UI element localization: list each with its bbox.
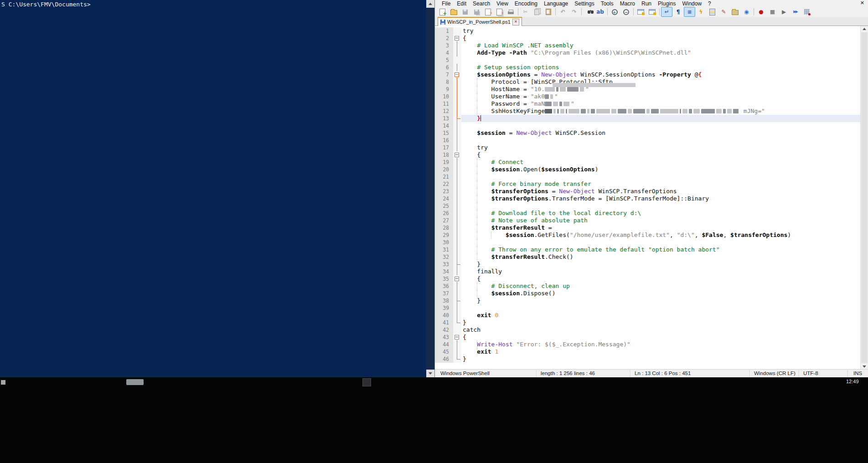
status-insert-mode[interactable]: INS (853, 370, 862, 376)
menu-file[interactable]: File (439, 0, 454, 7)
fold-toggle[interactable] (453, 275, 461, 283)
code-text[interactable]: } (461, 261, 868, 268)
replace-button[interactable]: ab (594, 7, 606, 17)
taskbar-item[interactable] (126, 379, 144, 385)
close-button[interactable] (482, 7, 494, 17)
record-macro-button[interactable]: ● (755, 7, 767, 17)
code-text[interactable]: $session = New-Object WinSCP.Session (461, 129, 868, 137)
menu-edit[interactable]: Edit (454, 0, 470, 7)
code-text[interactable]: $transferResult = (461, 224, 868, 232)
menu-help[interactable]: ? (705, 0, 714, 7)
code-text[interactable]: finally (461, 268, 868, 275)
sync-horizontal-scrolling-button[interactable] (646, 7, 658, 17)
code-text[interactable]: $transferOptions.TransferMode = [WinSCP.… (461, 195, 868, 202)
code-text[interactable]: { (461, 151, 868, 159)
fold-toggle[interactable] (453, 71, 461, 78)
show-all-characters-button[interactable]: ¶ (672, 7, 684, 17)
taskbar-clock[interactable]: 12:49 (846, 379, 859, 384)
fold-toggle[interactable] (453, 35, 461, 42)
open-file-button[interactable] (448, 7, 460, 17)
fold-toggle[interactable] (453, 334, 461, 341)
code-text[interactable]: # Connect (461, 159, 868, 166)
word-wrap-button[interactable]: ↵ (661, 7, 672, 17)
code-text[interactable]: } (461, 355, 868, 363)
scroll-up-icon[interactable] (426, 0, 434, 8)
current-line[interactable]: } (461, 115, 868, 122)
sync-vertical-scrolling-button[interactable] (635, 7, 646, 17)
code-editor[interactable]: 1try2{3 # Load WinSCP .NET assembly4 Add… (435, 26, 868, 371)
code-text[interactable]: } (461, 297, 868, 304)
code-text[interactable]: exit 0 (461, 312, 868, 319)
menu-search[interactable]: Search (470, 0, 493, 7)
save-macro-button[interactable] (801, 7, 812, 17)
code-text[interactable] (461, 173, 868, 180)
code-text[interactable]: UserName = "ak0" (461, 93, 868, 100)
code-text[interactable]: # Disconnect, clean up (461, 283, 868, 290)
tab-close-icon[interactable]: ✕ (512, 19, 519, 26)
menu-run[interactable]: Run (638, 0, 655, 7)
editor-scrollbar[interactable] (860, 26, 868, 370)
menu-plugins[interactable]: Plugins (655, 0, 679, 7)
new-file-button[interactable] (437, 7, 448, 17)
tab-winscp-in-powershell[interactable]: WinSCP_in_PowerShell.ps1 ✕ (438, 17, 522, 26)
taskbar-app-icon[interactable] (362, 378, 371, 386)
code-text[interactable]: exit 1 (461, 348, 868, 355)
code-text[interactable]: # Force binary mode transfer (461, 180, 868, 188)
code-text[interactable] (461, 304, 868, 312)
cut-button[interactable]: ✂ (520, 7, 531, 17)
code-text[interactable]: $sessionOptions = New-Object WinSCP.Sess… (461, 71, 868, 78)
editor-scroll-thumb[interactable] (861, 32, 868, 363)
editor-scroll-up-icon[interactable] (861, 26, 868, 32)
menu-window[interactable]: Window (679, 0, 705, 7)
copy-button[interactable] (531, 7, 542, 17)
code-text[interactable]: $session.Open($sessionOptions) (461, 166, 868, 173)
code-text[interactable]: { (461, 35, 868, 42)
code-text[interactable]: SshHostKeyFinge mJNg=" (461, 108, 868, 115)
code-text[interactable]: Password = "maN" (461, 100, 868, 108)
document-list-button[interactable]: ✎ (718, 7, 729, 17)
redo-button[interactable]: ↷ (568, 7, 580, 17)
paste-button[interactable] (542, 7, 554, 17)
code-text[interactable] (461, 57, 868, 64)
code-text[interactable]: $session.Dispose() (461, 290, 868, 297)
code-text[interactable]: try (461, 144, 868, 151)
start-button[interactable] (1, 380, 5, 385)
code-text[interactable]: } (461, 319, 868, 326)
window-close-icon[interactable]: ✕ (860, 0, 864, 6)
stop-recording-button[interactable]: ■ (767, 7, 778, 17)
save-button[interactable] (460, 7, 471, 17)
print-button[interactable] (505, 7, 517, 17)
powershell-scrollbar[interactable] (426, 0, 434, 377)
code-text[interactable]: try (461, 27, 868, 35)
code-text[interactable]: # Note use of absolute path (461, 217, 868, 224)
code-text[interactable]: # Throw on any error to emulate the defa… (461, 246, 868, 253)
code-text[interactable] (461, 239, 868, 246)
code-text[interactable]: $transferOptions = New-Object WinSCP.Tra… (461, 188, 868, 195)
code-text[interactable]: $transferResult.Check() (461, 253, 868, 261)
monitoring-button[interactable]: ◉ (741, 7, 752, 17)
document-map-button[interactable] (707, 7, 718, 17)
menu-view[interactable]: View (493, 0, 512, 7)
zoom-in-button[interactable] (609, 7, 620, 17)
close-all-button[interactable] (494, 7, 505, 17)
show-indent-guide-button[interactable]: ≡ (684, 7, 695, 17)
menu-macro[interactable]: Macro (617, 0, 638, 7)
powershell-window[interactable]: S C:\Users\FMV\Documents> (0, 0, 426, 377)
code-text[interactable]: # Setup session options (461, 64, 868, 71)
scroll-down-icon[interactable] (426, 370, 434, 377)
code-text[interactable]: $session.GetFiles("/home/user/examplefil… (461, 232, 868, 239)
menu-language[interactable]: Language (541, 0, 571, 7)
code-text[interactable] (461, 137, 868, 144)
code-text[interactable]: catch (461, 326, 868, 334)
menu-tools[interactable]: Tools (598, 0, 617, 7)
menu-encoding[interactable]: Encoding (512, 0, 541, 7)
undo-button[interactable]: ↶ (557, 7, 568, 17)
code-text[interactable]: Protocol = [WinSCP.Protocol]::Sftp (461, 78, 868, 86)
playback-macro-button[interactable]: ▶ (778, 7, 790, 17)
code-text[interactable]: Write-Host "Error: $($_.Exception.Messag… (461, 341, 868, 348)
find-button[interactable] (583, 7, 594, 17)
fold-toggle[interactable] (453, 151, 461, 159)
code-text[interactable]: # Download file to the local directory d… (461, 210, 868, 217)
code-text[interactable] (461, 202, 868, 210)
code-text[interactable]: { (461, 334, 868, 341)
